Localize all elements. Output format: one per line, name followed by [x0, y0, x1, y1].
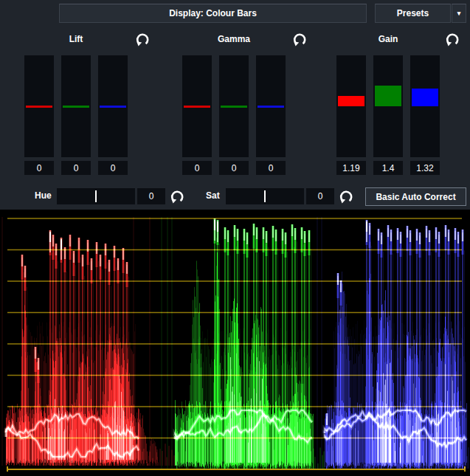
gain-blue-value[interactable]: 1.32 [410, 161, 440, 175]
hue-reset-button[interactable] [169, 188, 185, 204]
hue-slider[interactable] [57, 188, 135, 204]
sat-label: Sat [206, 190, 220, 201]
gain-red-handle[interactable] [338, 96, 364, 106]
sat-slider[interactable] [226, 188, 304, 204]
hue-value[interactable]: 0 [137, 188, 165, 204]
gamma-green-slider[interactable] [219, 55, 249, 157]
sat-slider-cursor[interactable] [264, 190, 266, 202]
rgb-parade-waveform-display [0, 210, 470, 476]
gain-section-title: Gain [379, 34, 398, 44]
gamma-reset-button[interactable] [291, 31, 308, 47]
hue-slider-cursor[interactable] [95, 190, 97, 202]
gamma-section-title: Gamma [218, 34, 250, 44]
lift-green-value[interactable]: 0 [61, 161, 91, 175]
reset-icon [291, 31, 308, 47]
gain-green-slider[interactable] [373, 55, 403, 157]
gain-green-value[interactable]: 1.4 [373, 161, 403, 175]
display-mode-button[interactable]: Display: Colour Bars [59, 4, 367, 23]
gain-blue-slider[interactable] [410, 55, 440, 157]
lift-green-slider[interactable] [61, 55, 91, 157]
lift-red-value[interactable]: 0 [24, 161, 54, 175]
sat-value[interactable]: 0 [306, 188, 334, 204]
gain-blue-handle[interactable] [412, 89, 438, 106]
hue-label: Hue [35, 190, 52, 201]
lift-reset-button[interactable] [134, 31, 151, 47]
gain-green-handle[interactable] [375, 86, 401, 106]
lift-blue-value[interactable]: 0 [98, 161, 128, 175]
reset-icon [169, 188, 185, 204]
gamma-red-handle[interactable] [184, 106, 210, 108]
reset-icon [338, 188, 354, 204]
presets-dropdown-arrow-icon[interactable]: ▾ [452, 4, 466, 23]
lift-blue-slider[interactable] [98, 55, 128, 157]
presets-button[interactable]: Presets [375, 4, 451, 23]
gain-red-value[interactable]: 1.19 [336, 161, 366, 175]
gamma-red-value[interactable]: 0 [182, 161, 212, 175]
lift-red-handle[interactable] [26, 106, 52, 108]
gamma-blue-slider[interactable] [256, 55, 286, 157]
gain-red-slider[interactable] [336, 55, 366, 157]
gamma-blue-handle[interactable] [258, 106, 284, 108]
gamma-green-handle[interactable] [221, 106, 247, 108]
gamma-blue-value[interactable]: 0 [256, 161, 286, 175]
gain-reset-button[interactable] [444, 31, 460, 47]
gamma-green-value[interactable]: 0 [219, 161, 249, 175]
colour-correction-panel: Display: Colour Bars Presets ▾ Lift Gamm… [0, 0, 470, 476]
reset-icon [444, 31, 460, 47]
lift-blue-handle[interactable] [100, 106, 126, 108]
lift-red-slider[interactable] [24, 55, 54, 157]
lift-section-title: Lift [69, 34, 83, 44]
reset-icon [134, 31, 151, 47]
gamma-red-slider[interactable] [182, 55, 212, 157]
lift-green-handle[interactable] [63, 106, 89, 108]
basic-auto-correct-button[interactable]: Basic Auto Correct [365, 187, 466, 206]
sat-reset-button[interactable] [338, 188, 354, 204]
